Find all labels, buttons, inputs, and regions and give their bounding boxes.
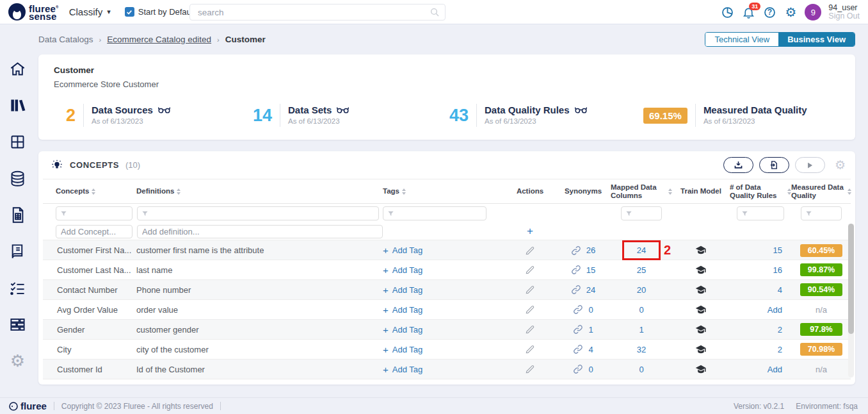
train-model-icon[interactable] <box>672 265 730 275</box>
search-input[interactable] <box>198 8 430 17</box>
concept-name[interactable]: Customer Last Na... <box>56 265 136 275</box>
sort-icon[interactable] <box>848 188 851 195</box>
view-glasses-icon[interactable] <box>337 106 349 113</box>
add-tag-button[interactable]: +Add Tag <box>383 265 504 276</box>
rules-count-link[interactable]: 2 <box>730 325 791 335</box>
table-settings-gear-icon[interactable]: ⚙ <box>835 158 846 172</box>
column-header[interactable]: Measured Data Quality <box>791 183 851 200</box>
reports-pie-chart-icon[interactable] <box>720 5 734 19</box>
breadcrumb-data-catalogs[interactable]: Data Catalogs <box>38 35 93 44</box>
view-glasses-icon[interactable] <box>158 106 170 113</box>
edit-pencil-icon[interactable] <box>504 344 556 354</box>
filter-input[interactable] <box>70 209 132 219</box>
train-model-icon[interactable] <box>672 345 730 354</box>
sort-icon[interactable] <box>177 188 181 195</box>
help-icon[interactable]: ? <box>762 5 776 19</box>
filter-input[interactable] <box>635 209 661 219</box>
train-model-icon[interactable] <box>672 245 730 255</box>
mapped-columns-link[interactable]: 32 <box>637 345 646 354</box>
synonyms-cell[interactable]: 0 <box>556 304 611 315</box>
mapped-columns-link[interactable]: 24 <box>637 245 646 255</box>
view-glasses-icon[interactable] <box>575 106 587 113</box>
synonyms-cell[interactable]: 24 <box>556 285 611 295</box>
start-by-default-option[interactable]: Start by Default <box>125 7 196 17</box>
concept-name[interactable]: Customer First Na... <box>56 245 136 255</box>
synonyms-cell[interactable]: 0 <box>556 364 611 374</box>
sidebar-item-document[interactable] <box>9 206 27 224</box>
sign-out-link[interactable]: Sign Out <box>828 12 860 21</box>
settings-gear-icon[interactable]: ⚙ <box>784 5 798 19</box>
mapped-columns-link[interactable]: 0 <box>639 365 643 374</box>
sidebar-item-systems[interactable] <box>9 315 27 333</box>
synonyms-cell[interactable]: 1 <box>556 324 611 335</box>
technical-view-button[interactable]: Technical View <box>705 33 778 46</box>
checkbox-checked-icon[interactable] <box>125 7 134 17</box>
train-model-icon[interactable] <box>672 305 730 315</box>
synonyms-cell[interactable]: 4 <box>556 344 611 354</box>
add-tag-button[interactable]: +Add Tag <box>383 324 504 335</box>
mapped-columns-link[interactable]: 25 <box>637 265 646 275</box>
notifications-bell-icon[interactable]: 31 <box>741 5 755 19</box>
concept-name[interactable]: City <box>56 345 136 354</box>
train-model-icon[interactable] <box>672 365 730 374</box>
concept-name[interactable]: Avg Order Value <box>56 305 136 315</box>
mapped-columns-link[interactable]: 0 <box>639 305 643 315</box>
add-definition-input[interactable] <box>137 225 383 238</box>
sidebar-item-database[interactable] <box>9 169 27 187</box>
filter-input[interactable] <box>151 209 378 219</box>
train-model-icon[interactable] <box>672 325 730 335</box>
rules-count-link[interactable]: Add <box>730 365 791 374</box>
scrollbar-thumb[interactable] <box>848 224 854 334</box>
fluree-sense-logo[interactable]: fluree® sense <box>8 3 59 21</box>
rules-count-link[interactable]: Add <box>730 305 791 315</box>
add-tag-button[interactable]: +Add Tag <box>383 344 504 355</box>
edit-pencil-icon[interactable] <box>504 265 556 275</box>
train-model-icon[interactable] <box>672 285 730 295</box>
rules-count-link[interactable]: 2 <box>730 345 791 354</box>
edit-pencil-icon[interactable] <box>504 245 556 256</box>
import-file-button[interactable] <box>759 157 789 173</box>
sidebar-item-home[interactable] <box>9 60 27 78</box>
filter-input[interactable] <box>815 209 841 219</box>
filter-input[interactable] <box>751 209 784 219</box>
classify-menu[interactable]: Classify ▾ <box>69 6 111 17</box>
column-header[interactable]: Tags <box>383 187 504 195</box>
add-tag-button[interactable]: +Add Tag <box>383 285 504 295</box>
add-tag-button[interactable]: +Add Tag <box>383 364 504 375</box>
sidebar-item-glossary[interactable] <box>9 242 27 260</box>
edit-pencil-icon[interactable] <box>504 285 556 295</box>
table-scrollbar[interactable] <box>848 224 854 377</box>
edit-pencil-icon[interactable] <box>504 304 556 315</box>
concept-name[interactable]: Contact Number <box>56 285 136 295</box>
synonyms-cell[interactable]: 26 <box>556 245 611 256</box>
add-row-plus-button[interactable]: + <box>504 225 556 238</box>
column-header[interactable]: Definitions <box>136 187 383 195</box>
search-icon[interactable] <box>430 7 440 17</box>
edit-pencil-icon[interactable] <box>504 324 556 335</box>
concept-name[interactable]: Customer Id <box>56 365 136 374</box>
concept-name[interactable]: Gender <box>56 325 136 335</box>
synonyms-cell[interactable]: 15 <box>556 265 611 275</box>
add-concept-input[interactable] <box>56 225 133 238</box>
filter-input[interactable] <box>397 209 486 219</box>
column-header[interactable]: Concepts <box>56 187 136 195</box>
avatar[interactable]: 9 <box>805 4 821 21</box>
sort-icon[interactable] <box>402 188 406 195</box>
edit-pencil-icon[interactable] <box>504 364 556 374</box>
run-play-button[interactable] <box>795 157 825 173</box>
sidebar-item-settings-gear-icon[interactable]: ⚙ <box>9 352 27 370</box>
column-header[interactable]: # of Data Quality Rules <box>730 183 791 200</box>
column-header[interactable]: Mapped Data Columns <box>611 183 672 200</box>
sort-icon[interactable] <box>92 188 95 195</box>
sidebar-item-catalogs[interactable] <box>9 96 27 114</box>
sidebar-item-tasks[interactable] <box>9 279 27 297</box>
mapped-columns-link[interactable]: 1 <box>639 325 643 335</box>
download-button[interactable] <box>723 157 753 173</box>
breadcrumb-catalog-link[interactable]: Ecommerce Catalog edited <box>107 35 211 44</box>
rules-count-link[interactable]: 15 <box>730 245 791 255</box>
rules-count-link[interactable]: 4 <box>730 285 791 295</box>
sidebar-item-grid[interactable] <box>9 133 27 151</box>
add-tag-button[interactable]: +Add Tag <box>383 245 504 256</box>
add-tag-button[interactable]: +Add Tag <box>383 304 504 315</box>
mapped-columns-link[interactable]: 20 <box>637 285 646 295</box>
